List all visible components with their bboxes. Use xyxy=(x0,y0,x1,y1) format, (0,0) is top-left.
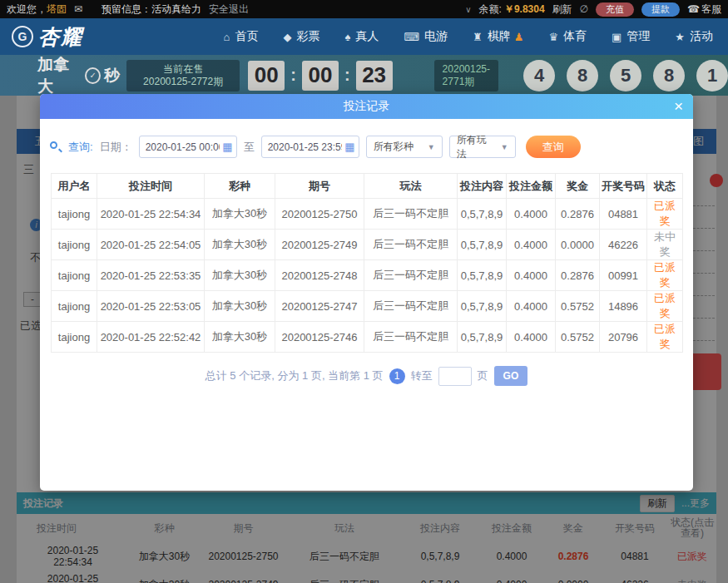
table-row: tajiong 2020-01-25 22:53:35 加拿大30秒 20200… xyxy=(52,260,683,291)
to-label: 至 xyxy=(244,140,255,155)
pagination: 总计 5 个记录, 分为 1 页, 当前第 1 页 1 转至 页 GO xyxy=(40,366,693,386)
balance-value: ￥9.8304 xyxy=(504,2,545,17)
status-cell: 未中奖 xyxy=(647,230,683,260)
brand-logo[interactable]: G 杏耀 xyxy=(12,23,83,51)
nav-item-egames[interactable]: ⌨电游 xyxy=(404,29,448,44)
query-button[interactable]: 查询 xyxy=(526,136,581,158)
lottery-name: 加拿大 ✓ 秒 xyxy=(37,54,120,97)
table-row: tajiong 2020-01-25 22:53:05 加拿大30秒 20200… xyxy=(52,291,683,322)
withdraw-button[interactable]: 提款 xyxy=(641,2,680,17)
table-row: tajiong 2020-01-25 22:52:42 加拿大30秒 20200… xyxy=(52,322,683,353)
calendar-icon[interactable]: ▦ xyxy=(222,141,232,153)
trophy-icon: ♛ xyxy=(548,31,558,43)
bet-records-table: 用户名 投注时间 彩种 期号 玩法 投注内容 投注金额 奖金 开奖号码 状态 t… xyxy=(51,173,683,353)
result-ball: 1 xyxy=(696,60,728,91)
chevron-down-icon[interactable]: ∨ xyxy=(465,5,471,14)
customer-service-link[interactable]: 客服 xyxy=(701,2,721,17)
topbar: 欢迎您， 塔固 ✉ 预留信息：活动真给力 安全退出 ∨ 余额: ￥9.8304 … xyxy=(0,0,728,18)
result-balls: 4 8 5 8 1 xyxy=(523,60,728,91)
home-icon: ⌂ xyxy=(224,31,230,43)
current-issue-label: 当前在售 xyxy=(135,63,231,76)
result-ball: 4 xyxy=(523,60,555,91)
countdown-timer: 00 : 00 : 23 xyxy=(248,61,392,91)
chess-icon: ♜ xyxy=(473,31,483,43)
countdown-seconds: 23 xyxy=(356,61,393,91)
status-cell: 已派奖 xyxy=(647,322,683,353)
lottery-header: 加拿大 ✓ 秒 当前在售 20200125-2772期 00 : 00 : 23… xyxy=(0,55,728,96)
balance-label: 余额: xyxy=(479,2,502,17)
previous-issue-box: 20200125- 2771期 xyxy=(434,60,498,91)
gift-icon: ★ xyxy=(675,31,685,43)
result-ball: 8 xyxy=(567,60,598,91)
bet-records-modal: 投注记录 × 查询: 日期： ▦ 至 ▦ 所有彩种 ▼ 所有玩法 ▼ 查询 xyxy=(40,94,693,491)
page-unit-label: 页 xyxy=(478,368,488,383)
deposit-button[interactable]: 充值 xyxy=(596,2,634,17)
manage-icon: ▣ xyxy=(612,31,622,43)
countdown-minutes: 00 xyxy=(302,61,339,91)
search-icon xyxy=(50,141,62,153)
chevron-down-icon: ▼ xyxy=(493,143,508,151)
nav-item-live[interactable]: ♠真人 xyxy=(344,29,379,44)
person-icon: ♟ xyxy=(514,31,524,43)
main-menu: ⌂首页 ◆彩票 ♠真人 ⌨电游 ♜棋牌♟ ♛体育 ▣管理 ★活动 xyxy=(224,29,716,44)
result-ball: 8 xyxy=(653,60,685,91)
result-ball: 5 xyxy=(610,60,641,91)
notice-text: 预留信息：活动真给力 xyxy=(102,2,201,17)
nav-item-activity[interactable]: ★活动 xyxy=(675,29,713,44)
table-header-row: 用户名 投注时间 彩种 期号 玩法 投注内容 投注金额 奖金 开奖号码 状态 xyxy=(52,174,683,199)
current-issue-box: 当前在售 20200125-2772期 xyxy=(126,60,240,91)
logout-link[interactable]: 安全退出 xyxy=(209,2,249,17)
chat-icon: ☎ xyxy=(687,3,700,15)
nav-item-manage[interactable]: ▣管理 xyxy=(612,29,650,44)
search-label: 查询: xyxy=(68,140,93,155)
date-label: 日期： xyxy=(100,140,132,155)
welcome-text: 欢迎您， xyxy=(7,2,47,17)
goto-label: 转至 xyxy=(411,368,433,383)
status-cell: 已派奖 xyxy=(647,260,683,291)
status-cell: 已派奖 xyxy=(647,291,683,322)
status-cell: 已派奖 xyxy=(647,199,683,230)
play-type-select[interactable]: 所有玩法 ▼ xyxy=(449,136,516,158)
pagination-summary: 总计 5 个记录, 分为 1 页, 当前第 1 页 xyxy=(206,368,384,383)
live-icon: ♠ xyxy=(344,31,350,43)
chevron-down-icon: ▼ xyxy=(419,143,435,151)
table-row: tajiong 2020-01-25 22:54:34 加拿大30秒 20200… xyxy=(52,199,683,230)
nav-item-boardgames[interactable]: ♜棋牌♟ xyxy=(473,29,523,44)
logo-icon: G xyxy=(12,26,33,47)
close-icon[interactable]: × xyxy=(674,96,683,117)
lottery-type-select[interactable]: 所有彩种 ▼ xyxy=(366,136,443,158)
ticket-icon: ◆ xyxy=(283,31,291,43)
countdown-hours: 00 xyxy=(248,61,285,91)
eye-icon[interactable]: ∅ xyxy=(580,3,588,15)
go-button[interactable]: GO xyxy=(494,366,528,386)
goto-page-input[interactable] xyxy=(438,367,472,386)
mail-icon[interactable]: ✉ xyxy=(74,3,82,15)
nav-item-home[interactable]: ⌂首页 xyxy=(224,29,259,44)
current-page-badge: 1 xyxy=(389,368,405,384)
brand-name: 杏耀 xyxy=(38,23,83,51)
calendar-icon[interactable]: ▦ xyxy=(344,141,354,153)
navbar: G 杏耀 ⌂首页 ◆彩票 ♠真人 ⌨电游 ♜棋牌♟ ♛体育 ▣管理 ★活动 xyxy=(0,18,728,55)
table-row: tajiong 2020-01-25 22:54:05 加拿大30秒 20200… xyxy=(52,230,683,260)
refresh-balance-link[interactable]: 刷新 xyxy=(552,2,572,17)
nav-item-lottery[interactable]: ◆彩票 xyxy=(283,29,319,44)
gamepad-icon: ⌨ xyxy=(404,31,419,43)
modal-title: 投注记录 xyxy=(344,99,390,114)
clock-icon: ✓ xyxy=(85,67,101,84)
current-issue-number: 20200125-2772期 xyxy=(135,76,231,88)
username-link[interactable]: 塔固 xyxy=(47,2,67,17)
modal-header: 投注记录 × xyxy=(40,94,693,119)
filter-row: 查询: 日期： ▦ 至 ▦ 所有彩种 ▼ 所有玩法 ▼ 查询 xyxy=(40,119,693,158)
nav-item-sports[interactable]: ♛体育 xyxy=(548,29,587,44)
